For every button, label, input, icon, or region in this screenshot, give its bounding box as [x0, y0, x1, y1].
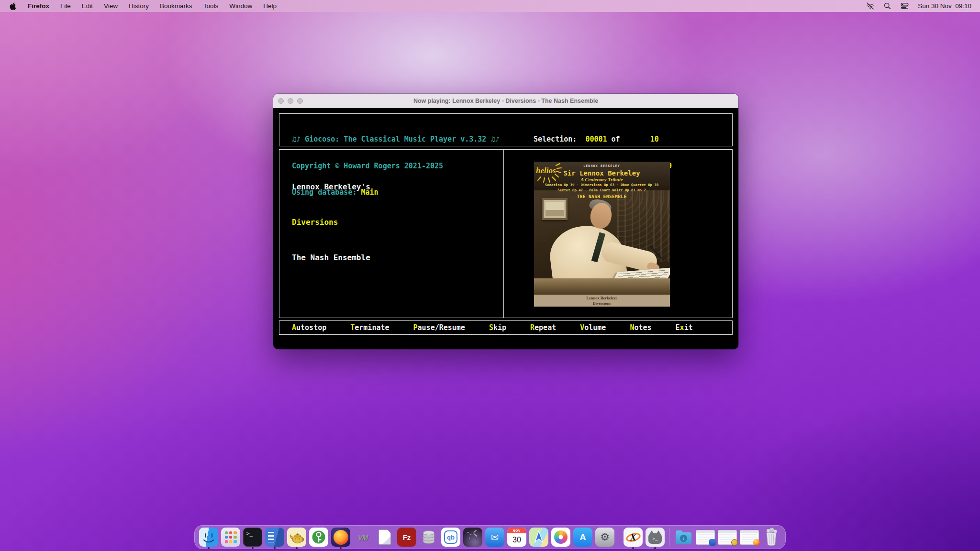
selection-row: Selection: 00001 of 10 — [534, 135, 672, 144]
dock-item-app-store[interactable]: A — [573, 528, 592, 547]
helios-text: helios — [536, 166, 556, 175]
menubar-item-help[interactable]: Help — [263, 2, 277, 10]
menubar-app-name[interactable]: Firefox — [28, 2, 49, 10]
album-caption-line1: Lennox Berkeley: — [534, 296, 670, 301]
menubar-item-file[interactable]: File — [60, 2, 71, 10]
helios-label-logo: helios — [535, 163, 562, 187]
kitty-terminal-icon: >_ — [646, 528, 665, 547]
giocoso-header-box: ♫♪ Giocoso: The Classical Music Player v… — [279, 113, 733, 146]
now-playing-panel: Lennox Berkeley's Diversions The Nash En… — [279, 150, 504, 318]
wifi-off-icon[interactable] — [866, 2, 874, 10]
maps-icon — [529, 528, 548, 547]
dock-minimized-window-1[interactable] — [696, 528, 715, 547]
selection-of: of — [607, 135, 624, 143]
finder-icon — [199, 528, 218, 547]
dock-item-system-preferences[interactable]: ⚙ — [595, 528, 614, 547]
metadata-block: Recording Year: 1983 Genre: Chamber Audi… — [292, 347, 503, 349]
dock-item-teapot-app[interactable] — [287, 528, 306, 547]
dock-item-finder[interactable] — [199, 528, 218, 547]
giocoso-window: Now playing: Lennox Berkeley - Diversion… — [273, 94, 738, 349]
menubar-item-bookmarks[interactable]: Bookmarks — [160, 2, 192, 10]
dock-item-kitty-terminal[interactable]: >_ — [646, 528, 665, 547]
dock-item-libreoffice[interactable] — [375, 528, 394, 547]
album-works-line2: Sextet Op 47 · Palm Court Waltz Op 81 No… — [534, 188, 670, 193]
dock-item-mail[interactable]: ✉ — [485, 528, 504, 547]
giocoso-menu-bar: Autostop Terminate Pause/Resume Skip Rep… — [279, 320, 733, 335]
running-indicator — [654, 547, 656, 549]
dock-item-vmware[interactable]: VM — [353, 528, 372, 547]
exit-rest: it — [684, 323, 693, 332]
gear-icon: ⚙ — [595, 528, 614, 547]
exit-pre: E — [676, 323, 680, 332]
dock-item-calendar[interactable]: NOV 30 — [507, 528, 526, 547]
window-title: Now playing: Lennox Berkeley - Diversion… — [273, 98, 738, 104]
dock-divider — [619, 528, 619, 546]
menubar-item-window[interactable]: Window — [229, 2, 252, 10]
dock-item-database[interactable] — [419, 528, 438, 547]
menubar: Firefox File Edit View History Bookmarks… — [0, 0, 980, 12]
giocoso-content-box: Lennox Berkeley's Diversions The Nash En… — [279, 149, 733, 318]
menubar-item-tools[interactable]: Tools — [203, 2, 219, 10]
database-icon — [419, 528, 438, 547]
teapot-icon — [287, 528, 306, 547]
dock-item-photos[interactable] — [551, 528, 570, 547]
firefox-icon — [331, 528, 350, 547]
qbittorrent-icon: qb — [441, 528, 460, 547]
skip-hotkey: S — [489, 323, 493, 332]
menu-item-skip[interactable]: Skip — [489, 323, 506, 332]
photos-icon — [551, 528, 570, 547]
dock-minimized-window-3[interactable] — [740, 528, 759, 547]
dock-item-qbittorrent[interactable]: qb — [441, 528, 460, 547]
dock-item-terminal[interactable]: >_ — [243, 528, 262, 547]
menubar-item-history[interactable]: History — [129, 2, 149, 10]
menu-item-repeat[interactable]: Repeat — [530, 323, 556, 332]
dock-item-xquartz[interactable]: X — [624, 528, 643, 547]
app-store-icon: A — [573, 528, 592, 547]
dock-item-keepassxc[interactable] — [309, 528, 328, 547]
album-art: LENNOX BERKELEY Sir Lennox Berkeley A Ce… — [534, 162, 670, 307]
apple-menu[interactable] — [9, 2, 17, 10]
dock-item-trash[interactable] — [762, 528, 781, 547]
menu-item-exit[interactable]: Exit — [676, 323, 693, 332]
composer-line: Lennox Berkeley's — [292, 178, 503, 196]
mail-icon: ✉ — [485, 528, 504, 547]
menubar-item-edit[interactable]: Edit — [82, 2, 93, 10]
menu-item-autostop[interactable]: Autostop — [292, 323, 326, 332]
control-center-icon[interactable] — [901, 2, 909, 10]
vmware-icon: VM — [353, 528, 372, 547]
running-indicator — [208, 547, 210, 549]
running-indicator — [274, 547, 276, 549]
menubar-clock[interactable]: Sun 30 Nov 09:10 — [918, 2, 971, 10]
dock: >_ VM Fz qb ☾ ✉ — [194, 525, 786, 549]
running-indicator — [252, 547, 254, 549]
dock-item-filezilla[interactable]: Fz — [397, 528, 416, 547]
terminal-icon: >_ — [243, 528, 262, 547]
menu-item-terminate[interactable]: Terminate — [350, 323, 389, 332]
dock-item-launchpad[interactable] — [221, 528, 240, 547]
spotlight-search-icon[interactable] — [883, 2, 891, 10]
menu-item-volume[interactable]: Volume — [580, 323, 606, 332]
launchpad-icon — [221, 528, 240, 547]
window-titlebar[interactable]: Now playing: Lennox Berkeley - Diversion… — [273, 94, 738, 108]
volume-rest: olume — [584, 323, 606, 332]
dock-minimized-window-2[interactable] — [718, 528, 737, 547]
volume-hotkey: V — [580, 323, 584, 332]
skip-rest: kip — [493, 323, 506, 332]
dock-item-document-app[interactable] — [265, 528, 284, 547]
autostop-hotkey: A — [292, 323, 296, 332]
minimized-app-badge — [731, 539, 738, 546]
keepassxc-icon — [309, 528, 328, 547]
exit-hotkey: x — [680, 323, 684, 332]
dock-item-maps[interactable] — [529, 528, 548, 547]
photo-picture-frame — [542, 198, 568, 220]
menubar-item-view[interactable]: View — [104, 2, 118, 10]
autostop-rest: utostop — [296, 323, 326, 332]
stellarium-icon: ☾ — [463, 528, 482, 547]
menu-item-notes[interactable]: Notes — [630, 323, 651, 332]
menu-item-pause-resume[interactable]: Pause/Resume — [413, 323, 465, 332]
dock-item-downloads[interactable]: ↓ — [674, 528, 693, 547]
running-indicator — [296, 547, 298, 549]
selection-total: 10 — [624, 135, 659, 143]
dock-item-firefox[interactable] — [331, 528, 350, 547]
dock-item-stellarium[interactable]: ☾ — [463, 528, 482, 547]
